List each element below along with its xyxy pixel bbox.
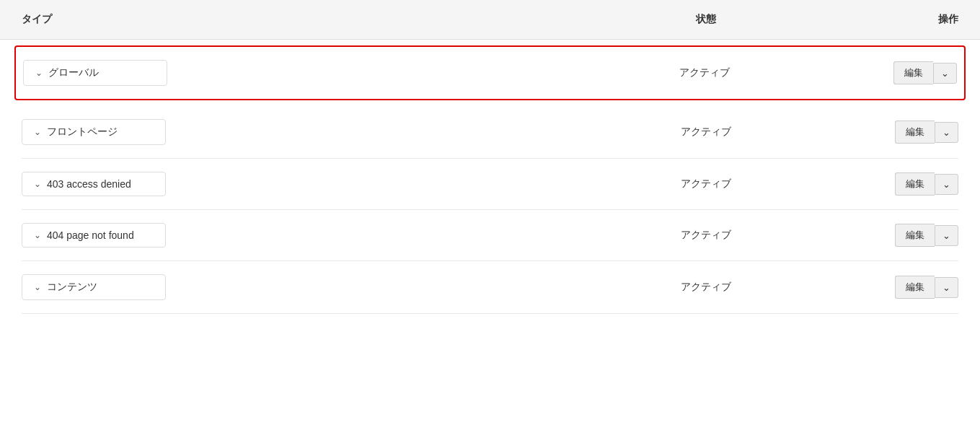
dropdown-button-global[interactable]: ⌄ [933,63,957,84]
type-badge-content[interactable]: ⌄ コンテンツ [22,274,166,300]
chevron-down-icon: ⌄ [34,230,41,240]
type-cell-global: ⌄ グローバル [23,60,596,86]
header-status: 状態 [598,7,814,32]
status-cell-403: アクティブ [598,178,814,190]
table-body: ⌄ グローバル アクティブ 編集 ⌄ ⌄ フロントページ [0,45,980,314]
chevron-down-icon: ⌄ [34,179,41,189]
type-label-403: 403 access denied [47,178,131,190]
edit-button-403[interactable]: 編集 [895,172,935,196]
action-cell-content: 編集 ⌄ [814,276,958,299]
status-cell-global: アクティブ [596,66,813,79]
chevron-down-icon: ⌄ [35,68,43,78]
status-cell-frontpage: アクティブ [598,126,814,139]
type-badge-frontpage[interactable]: ⌄ フロントページ [22,119,166,145]
type-cell-403: ⌄ 403 access denied [22,172,598,196]
dropdown-button-content[interactable]: ⌄ [935,277,958,298]
table-row: ⌄ 404 page not found アクティブ 編集 ⌄ [22,223,958,248]
edit-button-global[interactable]: 編集 [893,61,933,84]
type-label-global: グローバル [48,66,99,79]
dropdown-button-404[interactable]: ⌄ [935,225,958,246]
type-cell-content: ⌄ コンテンツ [22,274,598,300]
header-type: タイプ [22,7,598,32]
status-cell-content: アクティブ [598,281,814,294]
type-cell-404: ⌄ 404 page not found [22,223,598,248]
type-label-404: 404 page not found [47,229,134,241]
table-row: ⌄ コンテンツ アクティブ 編集 ⌄ [22,274,958,300]
action-cell-403: 編集 ⌄ [814,172,958,196]
action-cell-404: 編集 ⌄ [814,224,958,247]
edit-button-content[interactable]: 編集 [895,276,935,299]
table-row: ⌄ 403 access denied アクティブ 編集 ⌄ [22,172,958,196]
row-content: ⌄ コンテンツ アクティブ 編集 ⌄ [22,261,958,314]
action-cell-frontpage: 編集 ⌄ [814,121,958,144]
chevron-down-icon: ⌄ [34,127,41,137]
type-label-frontpage: フロントページ [47,126,118,139]
edit-button-404[interactable]: 編集 [895,224,935,247]
edit-button-frontpage[interactable]: 編集 [895,121,935,144]
row-frontpage: ⌄ フロントページ アクティブ 編集 ⌄ [22,106,958,159]
chevron-down-icon: ⌄ [34,282,41,292]
dropdown-button-403[interactable]: ⌄ [935,174,958,195]
action-cell-global: 編集 ⌄ [813,61,957,84]
type-badge-404[interactable]: ⌄ 404 page not found [22,223,166,248]
type-label-content: コンテンツ [47,281,97,294]
row-global: ⌄ グローバル アクティブ 編集 ⌄ [14,45,966,100]
main-table: タイプ 状態 操作 ⌄ グローバル アクティブ 編集 ⌄ [0,0,980,438]
type-badge-global[interactable]: ⌄ グローバル [23,60,167,86]
table-header: タイプ 状態 操作 [0,0,980,40]
status-cell-404: アクティブ [598,229,814,242]
header-actions: 操作 [814,7,958,32]
dropdown-button-frontpage[interactable]: ⌄ [935,122,958,143]
type-cell-frontpage: ⌄ フロントページ [22,119,598,145]
row-403: ⌄ 403 access denied アクティブ 編集 ⌄ [22,159,958,210]
table-row: ⌄ フロントページ アクティブ 編集 ⌄ [22,119,958,145]
table-row: ⌄ グローバル アクティブ 編集 ⌄ [23,60,957,86]
row-404: ⌄ 404 page not found アクティブ 編集 ⌄ [22,210,958,261]
type-badge-403[interactable]: ⌄ 403 access denied [22,172,166,196]
